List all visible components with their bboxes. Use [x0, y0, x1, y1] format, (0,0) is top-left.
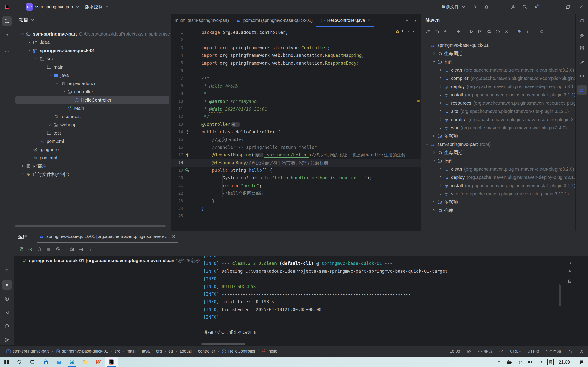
chevron-right-icon[interactable] [19, 172, 26, 176]
gutter-bean-icon[interactable] [184, 129, 190, 135]
tree-row[interactable]: resources [15, 112, 169, 121]
chevron-down-icon[interactable] [19, 32, 26, 36]
breadcrumb-item[interactable]: org [156, 349, 162, 354]
breadcrumb-item[interactable]: adouzi [179, 349, 191, 354]
person-add-icon[interactable] [510, 4, 516, 10]
restore-button[interactable] [561, 0, 575, 14]
x-icon-button[interactable] [502, 28, 510, 35]
console-vertical-scrollbar[interactable] [559, 284, 561, 306]
line-number[interactable]: 9 [171, 90, 183, 98]
chevron-right-icon[interactable] [438, 192, 444, 196]
sync-button[interactable] [424, 28, 432, 35]
inlay-hint[interactable] [231, 123, 240, 127]
chevron-down-icon[interactable] [26, 48, 32, 52]
tree-row[interactable]: main [15, 63, 169, 71]
search-icon[interactable] [522, 4, 527, 10]
dots-v-icon[interactable] [495, 4, 501, 10]
line-number[interactable]: 4 [171, 52, 183, 59]
ime-language[interactable]: 中 [538, 359, 542, 365]
writable-lock-icon[interactable] [568, 349, 573, 354]
maven-tree-row[interactable]: mresources(org.apache.maven.plugins:mave… [421, 99, 575, 107]
offline-button[interactable] [485, 28, 493, 35]
analysis-status[interactable]: 完成 [478, 349, 493, 354]
mail-taskbar-button[interactable] [52, 357, 65, 367]
indent-setting[interactable]: 4 个空格 [545, 349, 561, 354]
chevron-right-icon[interactable] [438, 167, 444, 171]
line-number[interactable]: 3 [171, 44, 183, 52]
tree-row[interactable]: webapp [15, 121, 169, 129]
editor-tab[interactable]: CHelloController.java [316, 14, 374, 27]
wifi-icon[interactable] [517, 359, 522, 365]
line-separator[interactable]: CRLF [510, 349, 521, 354]
maven-tree-row[interactable]: 依赖项 [421, 132, 575, 140]
explorer-taskbar-button[interactable] [78, 357, 92, 367]
run-stripe-tool-button[interactable] [2, 280, 12, 290]
idea-logo-taskbar-button[interactable]: IJ [105, 357, 118, 367]
gutter-beanglobe-icon[interactable] [184, 167, 190, 173]
run-configuration-selector[interactable]: 当前文件 [441, 4, 466, 10]
run-goal-button[interactable] [476, 28, 484, 35]
code-i-tool-button[interactable] [577, 71, 587, 81]
maven-tree-row[interactable]: mssm-springmvc-part(root) [421, 140, 575, 148]
chevron-right-icon[interactable] [431, 134, 437, 138]
breadcrumb-item[interactable]: mhello [262, 349, 277, 354]
line-number[interactable]: 25 [171, 212, 183, 220]
breadcrumb-item[interactable]: eu [168, 349, 173, 354]
line-number[interactable]: 12 [171, 113, 183, 120]
breadcrumb-item[interactable]: java [142, 349, 149, 354]
commit-i-tool-button[interactable] [2, 30, 12, 40]
play-tb-button[interactable] [468, 28, 476, 35]
maven-tree-row[interactable]: mclean(org.apache.maven.plugins:maven-cl… [421, 66, 575, 74]
m-stripe-tool-button[interactable]: m [577, 85, 587, 95]
highlighting-off-icon[interactable] [467, 349, 471, 354]
tree-row[interactable]: controller [15, 88, 169, 96]
chevron-down-icon[interactable] [424, 142, 430, 146]
maven-tree-row[interactable]: 生命周期 [421, 148, 575, 157]
scrollend-button[interactable] [566, 268, 573, 275]
tree-row[interactable]: ssm-springmvc-partC:\Users\adouz\IdeaPro… [15, 30, 169, 38]
tree-row[interactable]: 外部库 [15, 162, 169, 170]
action-center-icon[interactable] [575, 359, 588, 365]
line-number[interactable]: 5 [171, 59, 183, 67]
battery-icon[interactable] [507, 359, 512, 365]
chevron-right-icon[interactable] [438, 184, 444, 188]
wps-taskbar-button[interactable]: W [92, 357, 105, 367]
warning-stripe-mark[interactable] [417, 100, 420, 102]
chevron-right-icon[interactable] [431, 208, 437, 212]
breadcrumb-item[interactable]: controller [198, 349, 215, 354]
gear-button[interactable] [537, 28, 545, 35]
chevron-down-icon[interactable] [61, 90, 67, 94]
maven-tree-row[interactable]: 仓库 [421, 206, 575, 215]
maven-tree-row[interactable]: msite(org.apache.maven.plugins:maven-sit… [421, 190, 575, 198]
inlay-hint[interactable] [255, 153, 263, 157]
vcs-widget[interactable]: 版本控制 [85, 4, 110, 10]
maven-tree-row[interactable]: mwar(org.apache.maven.plugins:maven-war-… [421, 124, 575, 132]
chevron-right-icon[interactable] [19, 164, 26, 168]
hidden-tabs-icon[interactable] [405, 18, 409, 23]
minimize-button[interactable] [548, 0, 561, 14]
chevron-down-icon[interactable] [54, 81, 60, 85]
gear-dot-icon[interactable] [533, 4, 539, 10]
line-number[interactable]: 7 [171, 75, 183, 82]
line-number[interactable]: 15 [171, 136, 183, 143]
download-button[interactable] [441, 28, 449, 35]
susp-button[interactable] [36, 245, 43, 253]
maven-tree-row[interactable]: mspringmvc-base-quick-01 [421, 41, 575, 49]
line-number[interactable]: 24 [171, 205, 183, 212]
main-menu-icon[interactable] [16, 4, 21, 9]
close-icon[interactable] [367, 19, 371, 22]
close-icon[interactable] [171, 234, 176, 239]
maven-tree-row[interactable]: minstall(org.apache.maven.plugins:maven-… [421, 181, 575, 190]
chevron-right-icon[interactable] [438, 84, 444, 89]
softwrap-button[interactable] [566, 259, 573, 265]
line-number[interactable]: 2 [171, 36, 183, 44]
expand-all-button[interactable] [524, 28, 532, 35]
store-taskbar-button[interactable] [39, 357, 52, 367]
maven-tree-row[interactable]: mcompiler(org.apache.maven.plugins:maven… [421, 74, 575, 82]
tree-row[interactable]: CHelloController [15, 96, 169, 104]
chevron-right-icon[interactable] [431, 51, 437, 56]
chevron-right-icon[interactable] [438, 76, 444, 80]
folder-sync-button[interactable] [433, 28, 441, 35]
tree-row[interactable]: springmvc-base-quick-01 [15, 46, 169, 55]
notifications-status-icon[interactable] [579, 349, 584, 354]
